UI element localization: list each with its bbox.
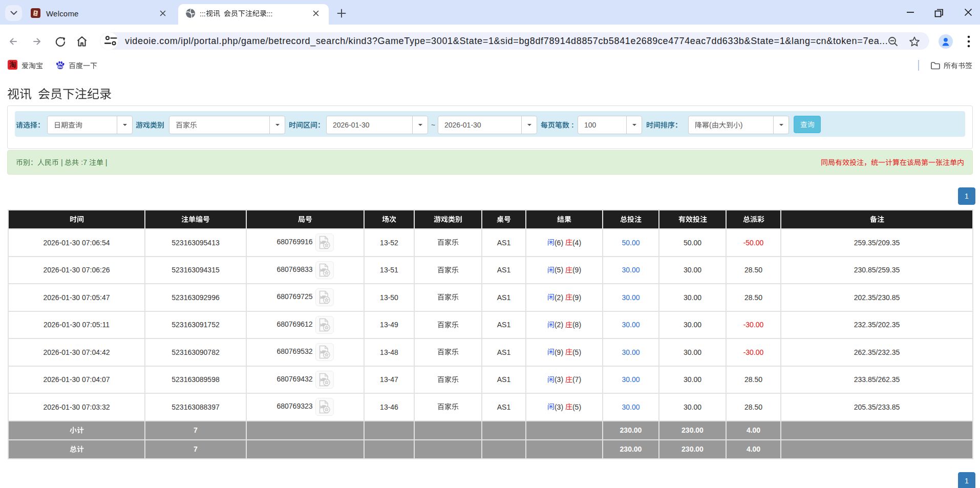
svg-text:du: du xyxy=(58,65,63,69)
